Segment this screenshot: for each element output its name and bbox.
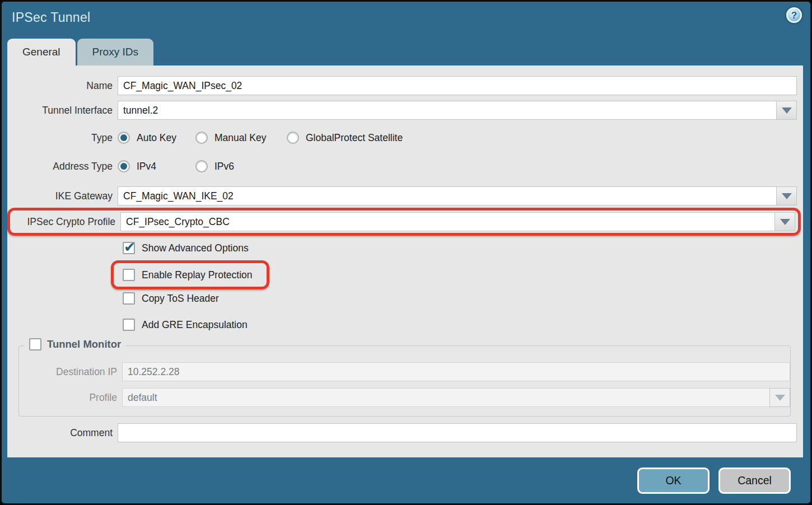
destination-ip-row: Destination IP xyxy=(19,362,790,381)
chevron-down-icon xyxy=(780,219,790,225)
ike-gateway-row: IKE Gateway xyxy=(7,186,797,205)
comment-input[interactable] xyxy=(118,423,797,442)
ike-gateway-input[interactable] xyxy=(118,186,776,205)
tunnel-interface-label: Tunnel Interface xyxy=(7,105,118,116)
radio-button-icon xyxy=(195,132,208,144)
comment-label: Comment xyxy=(7,427,118,439)
tab-proxy-ids[interactable]: Proxy IDs xyxy=(77,39,153,66)
radio-button-icon xyxy=(118,132,130,144)
tab-strip: General Proxy IDs xyxy=(7,39,153,66)
radio-ipv6[interactable]: IPv6 xyxy=(195,160,287,172)
profile-label: Profile xyxy=(19,392,122,404)
type-label: Type xyxy=(7,132,118,144)
cancel-button[interactable]: Cancel xyxy=(718,467,791,494)
add-gre-encapsulation-row: Add GRE Encapsulation xyxy=(123,317,803,332)
tab-general[interactable]: General xyxy=(7,39,76,66)
destination-ip-input xyxy=(122,362,790,381)
ipsec-crypto-profile-dropdown xyxy=(120,212,795,231)
enable-replay-protection-checkbox[interactable] xyxy=(123,269,135,281)
chevron-down-icon xyxy=(775,395,785,401)
destination-ip-label: Destination IP xyxy=(19,366,122,378)
copy-tos-header-row: Copy ToS Header xyxy=(123,291,803,306)
ipsec-crypto-profile-row-highlight-annotation: IPSec Crypto Profile xyxy=(7,208,801,236)
radio-button-icon xyxy=(118,160,130,172)
radio-globalprotect-satellite[interactable]: GlobalProtect Satellite xyxy=(287,132,403,144)
tunnel-interface-dropdown xyxy=(118,101,797,120)
profile-dropdown xyxy=(122,388,790,407)
radio-manual-key[interactable]: Manual Key xyxy=(195,132,287,144)
radio-button-icon xyxy=(287,132,299,144)
tunnel-monitor-section: Tunnel Monitor Destination IP Profile xyxy=(18,345,791,417)
radio-auto-key[interactable]: Auto Key xyxy=(118,132,195,144)
type-options: Auto Key Manual Key GlobalProtect Satell… xyxy=(118,132,403,144)
type-row: Type Auto Key Manual Key GlobalProtect S… xyxy=(7,130,797,146)
show-advanced-options-row: Show Advanced Options xyxy=(123,241,803,255)
ipsec-crypto-profile-input[interactable] xyxy=(120,212,774,231)
help-icon[interactable]: ? xyxy=(786,7,802,23)
profile-row: Profile xyxy=(19,388,790,407)
tunnel-monitor-legend: Tunnel Monitor xyxy=(24,338,126,350)
name-input[interactable] xyxy=(118,76,797,95)
profile-input xyxy=(122,388,769,407)
name-row: Name xyxy=(7,76,797,95)
ok-button[interactable]: OK xyxy=(637,467,710,494)
ipsec-crypto-profile-dropdown-button[interactable] xyxy=(774,212,795,231)
address-type-label: Address Type xyxy=(7,161,118,172)
address-type-row: Address Type IPv4 IPv6 xyxy=(7,158,797,174)
comment-row: Comment xyxy=(7,423,797,442)
chevron-down-icon xyxy=(782,193,792,199)
tunnel-interface-row: Tunnel Interface xyxy=(7,101,797,120)
ike-gateway-dropdown xyxy=(118,186,797,205)
address-type-options: IPv4 IPv6 xyxy=(118,160,287,172)
dialog-footer: OK Cancel xyxy=(2,457,810,503)
ike-gateway-label: IKE Gateway xyxy=(7,190,118,202)
chevron-down-icon xyxy=(782,107,792,114)
show-advanced-options-checkbox[interactable] xyxy=(123,242,135,254)
ike-gateway-dropdown-button[interactable] xyxy=(776,186,797,205)
add-gre-encapsulation-checkbox[interactable] xyxy=(123,319,135,331)
radio-ipv4[interactable]: IPv4 xyxy=(118,160,195,172)
dialog-title: IPSec Tunnel xyxy=(12,10,90,25)
tunnel-interface-dropdown-button[interactable] xyxy=(776,101,797,120)
general-tab-panel: Name Tunnel Interface Type Auto Key xyxy=(7,66,803,457)
name-label: Name xyxy=(7,80,118,92)
radio-button-icon xyxy=(195,160,208,172)
ipsec-tunnel-dialog: IPSec Tunnel ? General Proxy IDs Name Tu… xyxy=(0,0,812,505)
tunnel-monitor-checkbox[interactable] xyxy=(29,338,41,350)
ipsec-crypto-profile-label: IPSec Crypto Profile xyxy=(13,216,120,228)
copy-tos-header-checkbox[interactable] xyxy=(123,292,135,305)
enable-replay-protection-highlight-annotation: Enable Replay Protection xyxy=(111,260,269,289)
dialog-titlebar: IPSec Tunnel ? xyxy=(2,2,810,36)
tunnel-interface-input[interactable] xyxy=(118,101,776,120)
profile-dropdown-button xyxy=(769,388,790,407)
